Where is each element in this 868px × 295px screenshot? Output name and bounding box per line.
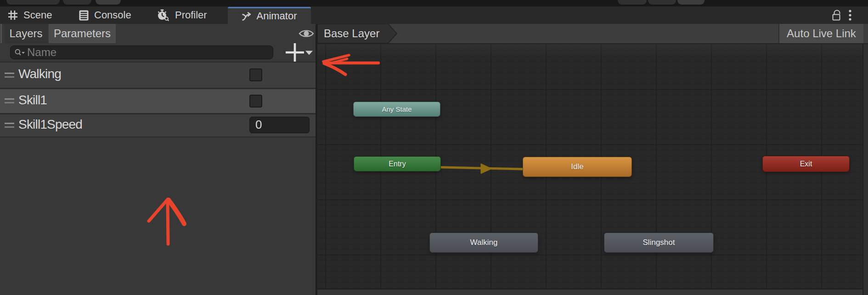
profiler-stopwatch-icon [157, 9, 169, 21]
parameter-row-skill1speed[interactable]: Skill1Speed [0, 114, 316, 136]
kebab-menu-icon[interactable] [848, 9, 852, 21]
parameter-value-field[interactable] [249, 117, 310, 133]
button-label: Auto Live Link [787, 27, 856, 40]
horizontal-scrollbar-track[interactable] [317, 289, 868, 295]
console-icon [79, 10, 89, 21]
add-parameter-button[interactable] [283, 42, 315, 62]
parameter-name: Walking [18, 67, 61, 81]
tab-profiler[interactable]: Profiler [157, 6, 207, 24]
tab-label: Profiler [175, 9, 207, 21]
state-node-idle[interactable]: Idle [523, 157, 632, 177]
search-input[interactable] [27, 46, 248, 59]
toolbar-remnant-button [63, 0, 91, 5]
drag-handle-icon[interactable] [5, 73, 14, 78]
toolbar-remnant-button [618, 0, 647, 5]
tab-label: Console [94, 9, 131, 21]
tab-label: Parameters [54, 27, 111, 40]
state-node-label: Entry [389, 160, 406, 168]
tab-parameters[interactable]: Parameters [49, 24, 116, 43]
state-machine-canvas[interactable]: Any StateEntryIdleExitWalkingSlingshot [317, 44, 868, 289]
parameter-name: Skill1Speed [18, 117, 82, 132]
tab-label: Animator [256, 10, 297, 22]
parameter-row-skill1[interactable]: Skill1 [0, 89, 316, 113]
state-node-exit[interactable]: Exit [762, 156, 850, 172]
state-node-slingshot[interactable]: Slingshot [604, 233, 714, 253]
unlock-icon[interactable] [832, 10, 841, 21]
tab-console[interactable]: Console [79, 6, 131, 24]
tab-label: Layers [9, 27, 42, 40]
vertical-scrollbar-track[interactable] [862, 44, 868, 295]
parameter-checkbox[interactable] [249, 95, 262, 108]
search-icon [14, 48, 25, 57]
down-caret-icon [305, 51, 313, 55]
state-node-label: Slingshot [643, 238, 675, 247]
scene-grid-icon [8, 10, 18, 20]
state-node-label: Walking [470, 238, 498, 247]
tab-layers[interactable]: Layers [4, 24, 48, 43]
animator-icon [242, 11, 253, 21]
panel-resize-notch [0, 24, 2, 43]
tab-scene[interactable]: Scene [8, 6, 52, 24]
state-node-any-state[interactable]: Any State [353, 102, 440, 117]
toolbar-remnant-button [6, 0, 60, 5]
drag-handle-icon[interactable] [5, 123, 14, 128]
tab-label: Scene [23, 9, 52, 21]
auto-live-link-button[interactable]: Auto Live Link [779, 24, 863, 43]
row-separator [0, 136, 316, 137]
tab-animator[interactable]: Animator [228, 7, 311, 24]
parameter-search-field[interactable] [10, 45, 273, 59]
state-node-entry[interactable]: Entry [354, 156, 441, 171]
parameter-name: Skill1 [18, 93, 47, 108]
eye-icon[interactable] [298, 28, 315, 39]
state-node-label: Exit [800, 160, 812, 168]
toolbar-remnant-button [677, 0, 705, 5]
window-tab-bar: Scene Console [0, 6, 868, 24]
drag-handle-icon[interactable] [5, 98, 14, 103]
parameter-checkbox[interactable] [249, 68, 262, 81]
parameter-row-walking[interactable]: Walking [0, 62, 316, 88]
plus-icon [286, 43, 304, 62]
state-node-label: Any State [382, 105, 411, 113]
state-node-label: Idle [571, 162, 583, 171]
toolbar-remnant-button [648, 0, 676, 5]
state-node-walking[interactable]: Walking [429, 233, 538, 253]
breadcrumb-label[interactable]: Base Layer [324, 24, 379, 43]
toolbar-remnant-button [96, 0, 121, 5]
node-layer: Any StateEntryIdleExitWalkingSlingshot [317, 44, 868, 289]
top-toolbar-strip [0, 0, 868, 6]
